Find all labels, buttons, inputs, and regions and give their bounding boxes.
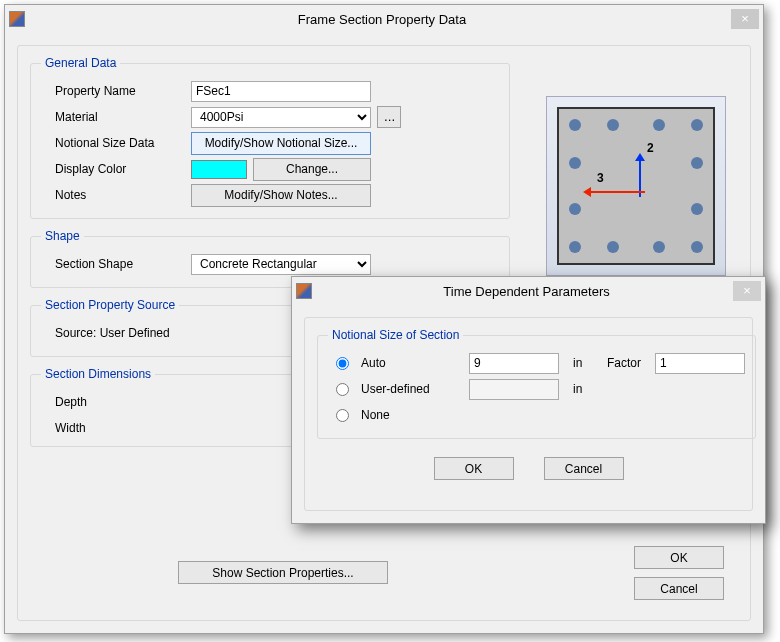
auto-radio[interactable] bbox=[336, 357, 349, 370]
property-name-label: Property Name bbox=[41, 84, 191, 98]
section-preview: 2 3 bbox=[546, 96, 726, 276]
time-dependent-window: Time Dependent Parameters × Notional Siz… bbox=[291, 276, 766, 524]
close-icon[interactable]: × bbox=[731, 9, 759, 29]
notional-size-group: Notional Size of Section Auto in Factor … bbox=[317, 328, 756, 439]
change-color-button[interactable]: Change... bbox=[253, 158, 371, 181]
app-icon bbox=[296, 283, 312, 299]
notional-size-button[interactable]: Modify/Show Notional Size... bbox=[191, 132, 371, 155]
general-data-legend: General Data bbox=[41, 56, 120, 70]
factor-input[interactable] bbox=[655, 353, 745, 374]
width-label: Width bbox=[41, 421, 191, 435]
none-radio[interactable] bbox=[336, 409, 349, 422]
window-title: Frame Section Property Data bbox=[33, 12, 731, 27]
color-swatch[interactable] bbox=[191, 160, 247, 179]
section-shape-label: Section Shape bbox=[41, 257, 191, 271]
cancel-button[interactable]: Cancel bbox=[634, 577, 724, 600]
general-data-group: General Data Property Name Material 4000… bbox=[30, 56, 510, 219]
none-label: None bbox=[361, 408, 390, 422]
shape-legend: Shape bbox=[41, 229, 84, 243]
user-defined-input[interactable] bbox=[469, 379, 559, 400]
material-ellipsis-button[interactable]: ... bbox=[377, 106, 401, 128]
axis-2-label: 2 bbox=[647, 141, 654, 155]
sub-body: Notional Size of Section Auto in Factor … bbox=[304, 317, 753, 511]
ok-button[interactable]: OK bbox=[634, 546, 724, 569]
display-color-label: Display Color bbox=[41, 162, 191, 176]
material-select[interactable]: 4000Psi bbox=[191, 107, 371, 128]
notional-size-label: Notional Size Data bbox=[41, 136, 191, 150]
source-legend: Section Property Source bbox=[41, 298, 179, 312]
sub-ok-button[interactable]: OK bbox=[434, 457, 514, 480]
auto-unit: in bbox=[567, 356, 595, 370]
axis-3-icon bbox=[589, 191, 641, 193]
app-icon bbox=[9, 11, 25, 27]
titlebar[interactable]: Frame Section Property Data × bbox=[5, 5, 763, 33]
dimensions-legend: Section Dimensions bbox=[41, 367, 155, 381]
close-icon[interactable]: × bbox=[733, 281, 761, 301]
depth-label: Depth bbox=[41, 395, 191, 409]
auto-label: Auto bbox=[361, 356, 461, 370]
notes-button[interactable]: Modify/Show Notes... bbox=[191, 184, 371, 207]
axis-3-label: 3 bbox=[597, 171, 604, 185]
property-name-input[interactable] bbox=[191, 81, 371, 102]
section-shape-select[interactable]: Concrete Rectangular bbox=[191, 254, 371, 275]
notes-label: Notes bbox=[41, 188, 191, 202]
sub-cancel-button[interactable]: Cancel bbox=[544, 457, 624, 480]
notional-size-legend: Notional Size of Section bbox=[328, 328, 463, 342]
material-label: Material bbox=[41, 110, 191, 124]
factor-label: Factor bbox=[603, 356, 647, 370]
sub-titlebar[interactable]: Time Dependent Parameters × bbox=[292, 277, 765, 305]
user-defined-radio[interactable] bbox=[336, 383, 349, 396]
sub-window-title: Time Dependent Parameters bbox=[320, 284, 733, 299]
user-defined-label: User-defined bbox=[361, 382, 461, 396]
show-section-props-button[interactable]: Show Section Properties... bbox=[178, 561, 388, 584]
user-unit: in bbox=[567, 382, 582, 396]
source-text: Source: User Defined bbox=[41, 326, 170, 340]
auto-value-input[interactable] bbox=[469, 353, 559, 374]
section-preview-inner: 2 3 bbox=[557, 107, 715, 265]
